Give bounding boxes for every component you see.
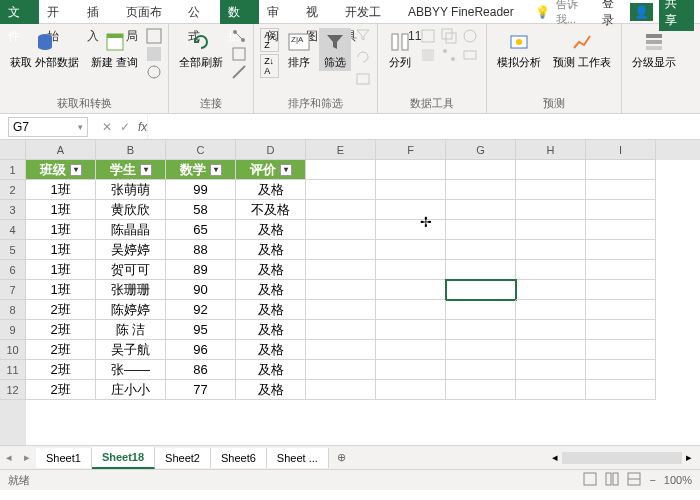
cell[interactable]: 1班 [26,260,96,280]
cell[interactable] [446,320,516,340]
cell[interactable]: 及格 [236,380,306,400]
flash-fill-icon[interactable] [420,28,436,44]
cell[interactable] [516,240,586,260]
cell[interactable] [306,300,376,320]
sort-az-button[interactable]: A↓Z [260,28,279,52]
cell[interactable] [376,380,446,400]
row-header[interactable]: 10 [0,340,26,360]
cell[interactable] [516,180,586,200]
menu-tab-1[interactable]: 开始 [39,0,78,24]
consolidate-icon[interactable] [420,47,436,63]
cell[interactable]: 及格 [236,300,306,320]
sheet-nav-prev[interactable]: ◂ [0,451,18,464]
cell[interactable] [446,200,516,220]
data-validation-icon[interactable] [462,28,478,44]
cell[interactable]: 1班 [26,240,96,260]
row-header[interactable]: 4 [0,220,26,240]
cell[interactable]: 及格 [236,280,306,300]
cell[interactable] [516,380,586,400]
filter-dropdown-icon[interactable]: ▾ [70,164,82,176]
cell[interactable]: 及格 [236,320,306,340]
cell[interactable] [376,340,446,360]
column-header[interactable]: D [236,140,306,160]
hscrollbar[interactable] [562,452,682,464]
name-box[interactable]: G7 ▾ [8,117,88,137]
relationships-icon[interactable] [441,47,457,63]
cell[interactable] [446,340,516,360]
cell[interactable] [446,180,516,200]
cell[interactable] [516,340,586,360]
cell[interactable] [306,360,376,380]
cell[interactable] [306,320,376,340]
row-header[interactable]: 11 [0,360,26,380]
tell-me[interactable]: 告诉我... [556,0,596,27]
cell[interactable]: 吴婷婷 [96,240,166,260]
sheet-nav-next[interactable]: ▸ [18,451,36,464]
cell[interactable]: 77 [166,380,236,400]
column-header[interactable]: G [446,140,516,160]
menu-tab-5[interactable]: 数据 [220,0,259,24]
row-header[interactable]: 12 [0,380,26,400]
cell[interactable] [446,380,516,400]
refresh-all-button[interactable]: 全部刷新 [175,28,227,71]
cell[interactable]: 及格 [236,360,306,380]
remove-duplicates-icon[interactable] [441,28,457,44]
show-queries-icon[interactable] [146,28,162,44]
cell[interactable]: 88 [166,240,236,260]
manage-data-model-icon[interactable] [462,47,478,63]
chevron-down-icon[interactable]: ▾ [78,122,83,132]
cell[interactable]: 学生▾ [96,160,166,180]
cell[interactable]: 班级▾ [26,160,96,180]
cell[interactable] [306,160,376,180]
cancel-icon[interactable]: ✕ [102,120,112,134]
row-header[interactable]: 2 [0,180,26,200]
zoom-out-icon[interactable]: − [649,474,655,486]
cell[interactable]: 陈晶晶 [96,220,166,240]
column-header[interactable]: H [516,140,586,160]
cell[interactable] [376,300,446,320]
cell[interactable]: 96 [166,340,236,360]
sheet-tab[interactable]: Sheet6 [211,448,267,468]
row-header[interactable]: 7 [0,280,26,300]
hscroll-right[interactable]: ▸ [686,451,692,464]
cell[interactable]: 贺可可 [96,260,166,280]
sheet-tab[interactable]: Sheet18 [92,447,155,469]
sort-button[interactable]: Z|A 排序 [283,28,315,71]
cell[interactable] [586,180,656,200]
menu-tab-3[interactable]: 页面布局 [118,0,181,24]
menu-tab-2[interactable]: 插入 [79,0,118,24]
view-page-break-icon[interactable] [627,472,641,488]
view-normal-icon[interactable] [583,472,597,488]
cell[interactable] [306,260,376,280]
cell[interactable]: 及格 [236,180,306,200]
cell[interactable]: 张—— [96,360,166,380]
formula-input[interactable] [147,114,700,139]
sort-za-button[interactable]: Z↓A [260,54,279,78]
cell[interactable]: 92 [166,300,236,320]
cell[interactable]: 数学▾ [166,160,236,180]
cell[interactable]: 86 [166,360,236,380]
properties-icon[interactable] [231,46,247,62]
cell[interactable]: 99 [166,180,236,200]
cell[interactable]: 陈 洁 [96,320,166,340]
cell[interactable]: 2班 [26,380,96,400]
menu-tab-4[interactable]: 公式 [180,0,219,24]
cell[interactable]: 黄欣欣 [96,200,166,220]
from-table-icon[interactable] [146,46,162,62]
edit-links-icon[interactable] [231,64,247,80]
cell[interactable]: 1班 [26,220,96,240]
menu-tab-6[interactable]: 审阅 [259,0,298,24]
cell[interactable] [376,240,446,260]
cell[interactable]: 1班 [26,280,96,300]
cell[interactable]: 65 [166,220,236,240]
cell[interactable] [376,220,446,240]
column-header[interactable]: B [96,140,166,160]
whatif-button[interactable]: 模拟分析 [493,28,545,71]
cell[interactable] [306,380,376,400]
cell[interactable] [586,360,656,380]
cell[interactable]: 2班 [26,320,96,340]
column-header[interactable]: A [26,140,96,160]
enter-icon[interactable]: ✓ [120,120,130,134]
cell[interactable] [376,180,446,200]
cell[interactable]: 1班 [26,180,96,200]
